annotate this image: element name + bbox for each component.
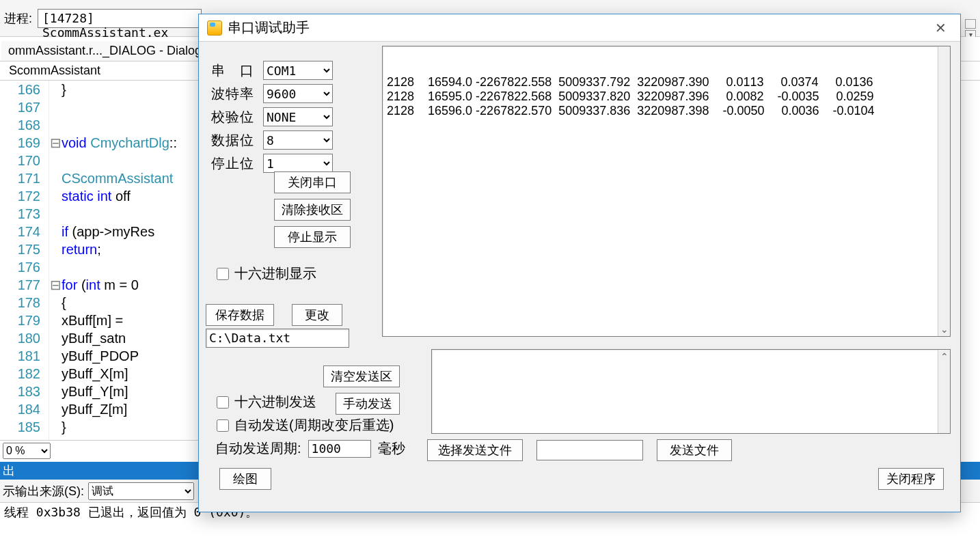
hex-send-checkbox[interactable]: 十六进制发送	[217, 393, 316, 411]
stopbits-label: 停止位	[211, 154, 263, 173]
recv-scrollbar[interactable]: ⌄	[938, 46, 950, 336]
hex-display-checkbox[interactable]: 十六进制显示	[217, 264, 316, 283]
clear-send-button[interactable]: 清空发送区	[323, 365, 400, 387]
save-data-button[interactable]: 保存数据	[206, 304, 274, 326]
close-icon[interactable]: ✕	[929, 18, 952, 38]
choose-file-button[interactable]: 选择发送文件	[427, 439, 523, 461]
breadcrumb-item[interactable]: ScommAssistant	[4, 63, 105, 79]
hex-display-box[interactable]	[217, 268, 229, 280]
hex-display-label: 十六进制显示	[234, 264, 316, 283]
app-icon	[207, 20, 222, 36]
baud-select[interactable]: 9600	[263, 84, 333, 103]
zoom-row: 0 %	[0, 440, 198, 460]
fold-column[interactable]: ⊟ ⊟	[49, 81, 62, 454]
code-text[interactable]: } void CmychartDlg:: CScommAssistant sta…	[62, 81, 177, 454]
save-row: 保存数据 更改	[206, 304, 342, 326]
scroll-down-icon[interactable]: ⌄	[940, 324, 949, 335]
clear-recv-button[interactable]: 清除接收区	[274, 199, 351, 221]
port-buttons: 关闭串口 清除接收区 停止显示	[274, 171, 351, 248]
zoom-dropdown[interactable]: 0 %	[3, 443, 51, 459]
send-textarea[interactable]: ⌃	[431, 349, 951, 434]
stopbits-select[interactable]: 1	[263, 154, 333, 173]
serial-config: 串口COM1 波特率9600 校验位NONE 数据位8 停止位1	[211, 61, 375, 177]
close-program-button[interactable]: 关闭程序	[878, 468, 944, 490]
parity-select[interactable]: NONE	[263, 107, 333, 126]
period-input[interactable]	[308, 440, 371, 458]
mini-btn[interactable]	[965, 19, 976, 29]
close-port-button[interactable]: 关闭串口	[274, 171, 351, 193]
auto-send-label: 自动发送(周期改变后重选)	[234, 416, 394, 434]
serial-dialog: 串口调试助手 ✕ 串口COM1 波特率9600 校验位NONE 数据位8 停止位…	[198, 14, 961, 512]
hex-send-box[interactable]	[217, 396, 229, 409]
scroll-up-icon[interactable]: ⌃	[940, 351, 949, 362]
line-gutter: 1661671681691701711721731741751761771781…	[0, 81, 49, 454]
period-unit: 毫秒	[378, 439, 405, 458]
send-button-col: 清空发送区 手动发送	[323, 365, 400, 415]
file-row: 选择发送文件 发送文件	[427, 439, 732, 461]
send-scrollbar[interactable]: ⌃	[938, 350, 950, 433]
auto-send-box[interactable]	[217, 419, 229, 432]
period-label: 自动发送周期:	[215, 439, 301, 458]
stop-display-button[interactable]: 停止显示	[274, 226, 351, 248]
process-dropdown[interactable]: [14728] ScommAssistant.ex	[38, 9, 202, 28]
auto-send-checkbox[interactable]: 自动发送(周期改变后重选)	[217, 416, 394, 434]
parity-label: 校验位	[211, 108, 263, 126]
receive-area[interactable]: 2128 16594.0 -2267822.558 5009337.792 32…	[382, 46, 951, 337]
receive-text: 2128 16594.0 -2267822.558 5009337.792 32…	[387, 75, 946, 118]
save-path-field[interactable]: C:\Data.txt	[206, 329, 349, 348]
document-tab[interactable]: ommAssistant.r..._DIALOG - Dialog	[1, 41, 208, 61]
manual-send-button[interactable]: 手动发送	[336, 393, 400, 415]
dialog-body: 串口COM1 波特率9600 校验位NONE 数据位8 停止位1 关闭串口 清除…	[199, 42, 960, 512]
port-select[interactable]: COM1	[263, 61, 333, 80]
dialog-title: 串口调试助手	[228, 18, 929, 37]
period-row: 自动发送周期: 毫秒	[215, 439, 405, 458]
databits-label: 数据位	[211, 131, 263, 150]
hex-send-label: 十六进制发送	[234, 393, 316, 411]
send-file-button[interactable]: 发送文件	[657, 439, 732, 461]
output-source-dropdown[interactable]: 调试	[88, 482, 194, 500]
output-source-label: 示输出来源(S):	[3, 483, 84, 499]
baud-label: 波特率	[211, 85, 263, 103]
file-path-field[interactable]	[536, 440, 643, 460]
plot-button[interactable]: 绘图	[219, 468, 271, 490]
process-label: 进程:	[4, 10, 32, 27]
databits-select[interactable]: 8	[263, 130, 333, 150]
change-path-button[interactable]: 更改	[292, 304, 342, 326]
port-label: 串口	[211, 61, 263, 80]
dialog-titlebar[interactable]: 串口调试助手 ✕	[199, 14, 960, 42]
